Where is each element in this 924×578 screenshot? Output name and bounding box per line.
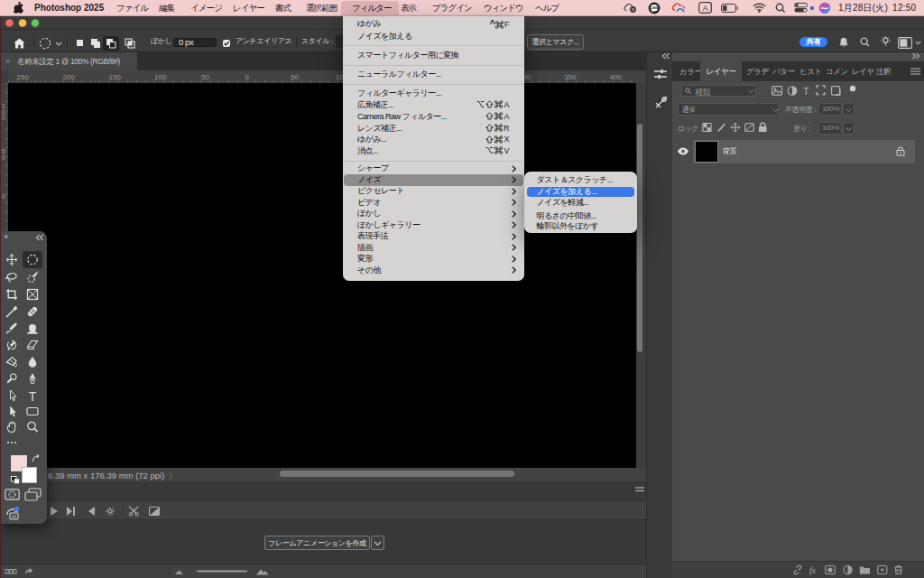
svg-text:A: A [703,4,708,13]
svg-text:T: T [29,389,37,404]
svg-text:LINE: LINE [651,6,659,10]
svg-text:T: T [803,86,809,97]
svg-text:fx: fx [809,565,816,575]
svg-text:AI: AI [12,514,17,519]
